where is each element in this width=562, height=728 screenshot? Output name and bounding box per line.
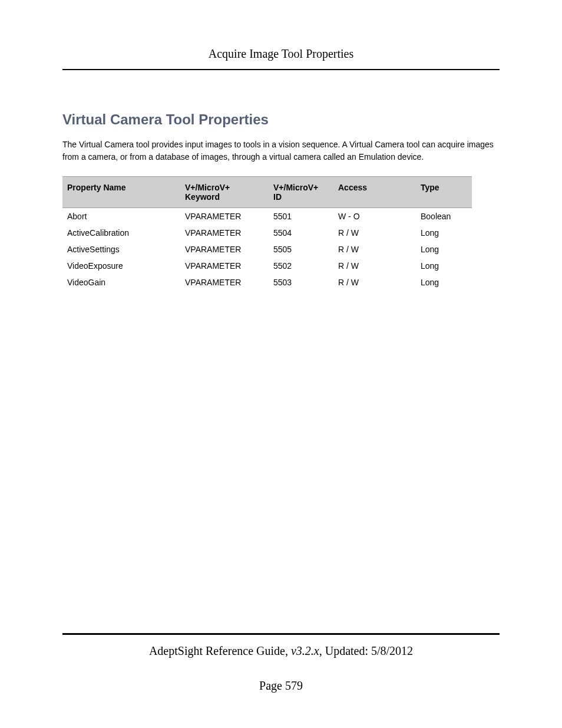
cell-id: 5505 [269,241,333,258]
footer-version: , v3.2.x [285,644,319,657]
cell-type: Long [416,258,472,274]
cell-access: R / W [333,241,416,258]
cell-name: ActiveSettings [62,241,180,258]
running-head: Acquire Image Tool Properties [62,47,500,70]
footer-citation: AdeptSight Reference Guide, v3.2.x, Upda… [62,644,500,658]
th-property-name: Property Name [62,177,180,208]
cell-keyword: VPARAMETER [180,274,269,291]
th-id: V+/MicroV+ ID [269,177,333,208]
cell-keyword: VPARAMETER [180,225,269,241]
cell-name: Abort [62,208,180,225]
cell-access: R / W [333,258,416,274]
section-title: Virtual Camera Tool Properties [62,111,500,128]
cell-id: 5504 [269,225,333,241]
table-row: VideoExposure VPARAMETER 5502 R / W Long [62,258,472,274]
page-number: Page 579 [62,679,500,693]
cell-name: VideoGain [62,274,180,291]
cell-access: R / W [333,225,416,241]
cell-access: R / W [333,274,416,291]
th-access: Access [333,177,416,208]
cell-type: Long [416,274,472,291]
th-type: Type [416,177,472,208]
footer-guide: AdeptSight Reference Guide [149,644,285,657]
footer-updated: , Updated: 5/8/2012 [319,644,413,657]
table-row: VideoGain VPARAMETER 5503 R / W Long [62,274,472,291]
table-row: ActiveCalibration VPARAMETER 5504 R / W … [62,225,472,241]
page: Acquire Image Tool Properties Virtual Ca… [0,0,562,728]
cell-keyword: VPARAMETER [180,241,269,258]
table-row: Abort VPARAMETER 5501 W - O Boolean [62,208,472,225]
page-footer: AdeptSight Reference Guide, v3.2.x, Upda… [62,633,500,693]
cell-access: W - O [333,208,416,225]
cell-name: ActiveCalibration [62,225,180,241]
th-keyword: V+/MicroV+ Keyword [180,177,269,208]
footer-rule [62,633,500,635]
cell-id: 5503 [269,274,333,291]
table-header-row: Property Name V+/MicroV+ Keyword V+/Micr… [62,177,472,208]
cell-keyword: VPARAMETER [180,258,269,274]
properties-table: Property Name V+/MicroV+ Keyword V+/Micr… [62,176,472,291]
cell-id: 5501 [269,208,333,225]
intro-paragraph: The Virtual Camera tool provides input i… [62,139,500,163]
cell-type: Long [416,241,472,258]
cell-type: Long [416,225,472,241]
table-row: ActiveSettings VPARAMETER 5505 R / W Lon… [62,241,472,258]
cell-id: 5502 [269,258,333,274]
cell-keyword: VPARAMETER [180,208,269,225]
cell-name: VideoExposure [62,258,180,274]
cell-type: Boolean [416,208,472,225]
